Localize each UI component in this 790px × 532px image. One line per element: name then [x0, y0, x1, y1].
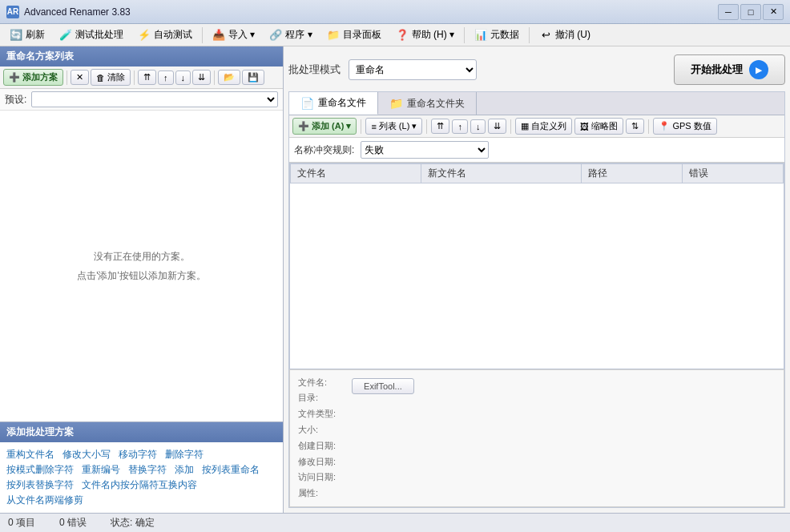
right-toolbar: ➕ 添加 (A) ▾ ≡ 列表 (L) ▾ ⇈ ↑ ↓ ⇊ ▦ 自定义列 [289, 115, 784, 138]
open-folder-button[interactable]: 📂 [218, 70, 240, 85]
add-scheme-button[interactable]: ➕ 添加方案 [3, 69, 63, 86]
close-button[interactable]: ✕ [763, 4, 784, 20]
status-items: 0 项目 [8, 516, 35, 530]
save-button[interactable]: 💾 [242, 70, 264, 85]
rt-move-top[interactable]: ⇈ [431, 119, 449, 134]
batch-link-pattern-delete[interactable]: 按模式删除字符 [6, 462, 74, 478]
add-file-button[interactable]: ➕ 添加 (A) ▾ [292, 118, 357, 135]
move-down-button[interactable]: ↓ [175, 71, 191, 85]
preset-row: 预设: [0, 89, 283, 111]
list-label: 列表 (L) ▾ [379, 120, 417, 132]
exif-tool-button[interactable]: ExifTool... [352, 378, 414, 394]
add-scheme-label: 添加方案 [22, 71, 58, 83]
menu-metadata[interactable]: 📊 元数据 [468, 26, 526, 44]
thumbnail-icon: 🖼 [580, 122, 589, 131]
maximize-button[interactable]: □ [740, 4, 761, 20]
program-icon: 🔗 [269, 29, 282, 42]
menu-batch-test[interactable]: 🧪 测试批处理 [53, 26, 130, 44]
info-filename-label: 文件名: [298, 375, 336, 391]
batch-link-renumber[interactable]: 重新编号 [82, 462, 120, 478]
conflict-select[interactable]: 失败 跳过 覆盖 [361, 141, 489, 159]
move-up-icon: ↑ [163, 73, 168, 83]
menu-dir-panel[interactable]: 📁 目录面板 [320, 26, 388, 44]
rt-move-bottom[interactable]: ⇊ [488, 119, 506, 134]
help-icon: ❓ [396, 29, 409, 42]
custom-col-label: 自定义列 [531, 120, 566, 132]
info-created-label: 创建日期: [298, 438, 336, 454]
add-batch-header: 添加批处理方案 [0, 422, 283, 442]
batch-link-list-replace[interactable]: 按列表替换字符 [6, 478, 74, 493]
minimize-button[interactable]: ─ [718, 4, 739, 20]
window-controls: ─ □ ✕ [718, 4, 784, 20]
info-modified-label: 修改日期: [298, 454, 336, 470]
thumbnail-button[interactable]: 🖼 缩略图 [574, 118, 623, 135]
clear-scheme-button[interactable]: 🗑 清除 [91, 69, 131, 86]
file-info-values: ExifTool... [352, 375, 414, 502]
file-table-wrapper: 文件名 新文件名 路径 错误 [289, 163, 784, 369]
col-path: 路径 [581, 164, 682, 183]
clear-icon: 🗑 [96, 73, 105, 83]
open-folder-icon: 📂 [224, 72, 235, 83]
app-icon: AR [6, 6, 19, 18]
menu-auto-test[interactable]: ⚡ 自动测试 [131, 26, 199, 44]
tab-rename-file[interactable]: 📄 重命名文件 [289, 92, 378, 115]
menu-undo-label: 撤消 (U) [555, 28, 590, 42]
batch-link-rename[interactable]: 重构文件名 [6, 447, 54, 462]
metadata-icon: 📊 [474, 29, 487, 42]
tab-rename-folder[interactable]: 📁 重命名文件夹 [378, 92, 477, 115]
batch-link-swap[interactable]: 文件名内按分隔符互换内容 [82, 478, 197, 493]
menu-undo[interactable]: ↩ 撤消 (U) [533, 26, 597, 44]
menu-metadata-label: 元数据 [490, 28, 519, 42]
left-toolbar: ➕ 添加方案 ✕ 🗑 清除 ⇈ ↑ ↓ ⇊ [0, 66, 283, 89]
undo-icon: ↩ [539, 29, 552, 42]
batch-link-add[interactable]: 添加 [175, 462, 194, 478]
rt-sep-4 [648, 119, 649, 134]
batch-link-trim[interactable]: 从文件名两端修剪 [6, 493, 83, 508]
delete-scheme-button[interactable]: ✕ [71, 70, 89, 85]
rt-sep-1 [361, 119, 361, 134]
title-bar: AR Advanced Renamer 3.83 ─ □ ✕ [0, 0, 790, 24]
rt-move-down[interactable]: ↓ [470, 119, 486, 134]
empty-line1: 没有正在使用的方案。 [77, 247, 206, 266]
add-batch-section: 添加批处理方案 重构文件名 修改大小写 移动字符 删除字符 按模式删除字符 重新… [0, 421, 283, 513]
batch-link-case[interactable]: 修改大小写 [62, 447, 111, 462]
sort-button[interactable]: ⇅ [626, 119, 644, 134]
conflict-row: 名称冲突规则: 失败 跳过 覆盖 [289, 138, 784, 163]
menu-import-label: 导入 ▾ [228, 28, 255, 42]
gps-icon: 📍 [659, 121, 670, 131]
preset-select[interactable] [31, 91, 278, 107]
info-type-label: 文件类型: [298, 406, 336, 422]
col-filename: 文件名 [291, 164, 421, 183]
left-panel: 重命名方案列表 ➕ 添加方案 ✕ 🗑 清除 ⇈ ↑ ↓ [0, 46, 284, 513]
batch-link-replace[interactable]: 替换字符 [128, 462, 167, 478]
batch-link-delete-char[interactable]: 删除字符 [165, 447, 204, 462]
gps-label: GPS 数值 [672, 120, 711, 132]
file-icon: 📄 [300, 97, 314, 110]
move-top-button[interactable]: ⇈ [138, 70, 156, 85]
rt-move-up[interactable]: ↑ [452, 119, 468, 134]
menu-import[interactable]: 📥 导入 ▾ [206, 26, 261, 44]
menu-sep-3 [529, 27, 530, 43]
menu-help[interactable]: ❓ 帮助 (H) ▾ [389, 26, 461, 44]
batch-mode-select[interactable]: 重命名 复制 移动 [349, 59, 477, 80]
add-icon: ➕ [9, 72, 20, 83]
menu-refresh-label: 刷新 [26, 28, 45, 42]
status-errors: 0 错误 [59, 516, 87, 530]
menu-sep-1 [202, 27, 203, 43]
info-attr-label: 属性: [298, 486, 336, 502]
start-batch-label: 开始批处理 [691, 62, 743, 77]
batch-link-move-char[interactable]: 移动字符 [119, 447, 157, 462]
menu-bar: 🔄 刷新 🧪 测试批处理 ⚡ 自动测试 📥 导入 ▾ 🔗 程序 ▾ 📁 目录面板… [0, 24, 790, 46]
menu-refresh[interactable]: 🔄 刷新 [3, 26, 51, 44]
tab-rename-file-label: 重命名文件 [318, 96, 366, 110]
move-bottom-button[interactable]: ⇊ [192, 70, 211, 85]
list-view-button[interactable]: ≡ 列表 (L) ▾ [365, 118, 422, 135]
toolbar-sep-3 [214, 71, 215, 85]
custom-col-button[interactable]: ▦ 自定义列 [515, 118, 572, 135]
window-title: Advanced Renamer 3.83 [24, 6, 718, 18]
batch-link-list-rename[interactable]: 按列表重命名 [202, 462, 260, 478]
start-batch-button[interactable]: 开始批处理 ▶ [674, 54, 785, 85]
move-up-button[interactable]: ↑ [158, 71, 174, 85]
menu-program[interactable]: 🔗 程序 ▾ [263, 26, 318, 44]
gps-button[interactable]: 📍 GPS 数值 [653, 118, 716, 135]
